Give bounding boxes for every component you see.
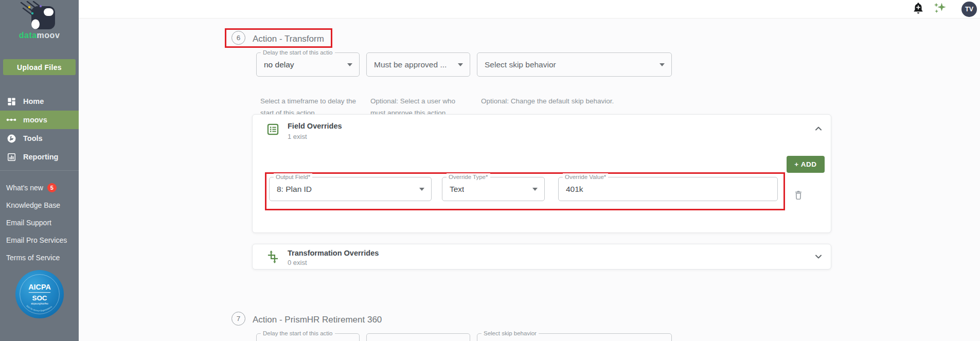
wrench-circle-icon bbox=[6, 133, 16, 143]
sidebar-links: What's new 5 Knowledge Base Email Suppor… bbox=[0, 179, 79, 266]
chevron-down-icon bbox=[532, 188, 538, 191]
sidebar-divider bbox=[0, 170, 79, 171]
add-field-override-button[interactable]: + ADD bbox=[787, 156, 825, 173]
step-number-badge: 6 bbox=[231, 31, 245, 45]
skip-helper-text: Optional: Change the default skip behavi… bbox=[481, 95, 702, 107]
field-overrides-count: 1 exist bbox=[288, 133, 307, 140]
chevron-down-icon bbox=[812, 250, 825, 263]
logo-word-data: data bbox=[19, 31, 37, 40]
sidebar-item-label: Tools bbox=[23, 134, 43, 142]
link-label: Terms of Service bbox=[6, 254, 60, 262]
upload-files-button[interactable]: Upload Files bbox=[3, 59, 76, 75]
main-content: TV 6 Action - Transform Delay the start … bbox=[79, 0, 980, 341]
soc-badge-subtitle: SOC bbox=[32, 294, 47, 302]
link-label: What's new bbox=[6, 184, 43, 192]
output-field-label: Output Field* bbox=[274, 173, 312, 181]
step7-title: Action - PrismHR Retirement 360 bbox=[253, 315, 382, 325]
sidebar-item-label: Home bbox=[23, 97, 44, 105]
sidebar-item-home[interactable]: Home bbox=[0, 92, 79, 111]
delay-select-value: no delay bbox=[264, 60, 294, 69]
link-label: Email Support bbox=[6, 219, 51, 227]
sidebar-item-tools[interactable]: Tools bbox=[0, 129, 79, 148]
field-overrides-title: Field Overrides bbox=[288, 122, 342, 130]
field-overrides-card: Field Overrides 1 exist + ADD Output Fie… bbox=[252, 114, 831, 233]
chevron-up-icon bbox=[812, 122, 825, 135]
transformation-overrides-title: Transformation Overrides bbox=[288, 249, 379, 257]
skip-behavior-select[interactable]: Select skip behavior bbox=[477, 333, 672, 341]
output-field-select[interactable]: Output Field* 8: Plan ID bbox=[269, 177, 432, 201]
step6-title: Action - Transform bbox=[253, 34, 324, 44]
step-number-badge: 7 bbox=[231, 312, 245, 326]
override-value-input[interactable] bbox=[559, 177, 777, 201]
link-label: Email Pro Services bbox=[6, 236, 67, 244]
approver-select-value: Must be approved ... bbox=[374, 60, 447, 69]
delete-override-button[interactable] bbox=[792, 189, 805, 202]
override-type-value: Text bbox=[450, 185, 464, 194]
dots-flow-icon bbox=[6, 115, 16, 125]
sidebar: datamoov Upload Files Home moovs Tools bbox=[0, 0, 79, 341]
sidebar-item-label: moovs bbox=[23, 116, 47, 124]
datamoov-logo-icon bbox=[18, 1, 61, 31]
whats-new-count-badge: 5 bbox=[47, 183, 57, 192]
skip-behavior-label: Select skip behavior bbox=[482, 330, 539, 337]
aicpa-soc-badge: AICPA SOC aicpa.org/soc4so SOC for Servi… bbox=[15, 270, 64, 319]
sidebar-item-moovs[interactable]: moovs bbox=[0, 111, 79, 129]
override-type-label: Override Type* bbox=[447, 173, 490, 181]
transform-icon bbox=[266, 250, 280, 264]
sidebar-item-reporting[interactable]: Reporting bbox=[0, 148, 79, 166]
sidebar-item-label: Reporting bbox=[23, 153, 58, 161]
sidebar-link-knowledge-base[interactable]: Knowledge Base bbox=[0, 196, 79, 214]
delay-select[interactable]: Delay the start of this actio bbox=[256, 333, 360, 341]
sidebar-nav: Home moovs Tools Reporting bbox=[0, 92, 79, 166]
soc-badge-url: aicpa.org/soc4so bbox=[31, 302, 48, 305]
expand-section-button[interactable] bbox=[812, 250, 825, 264]
transformation-overrides-count: 0 exist bbox=[288, 259, 307, 266]
trash-icon bbox=[793, 189, 804, 201]
chevron-down-icon bbox=[458, 63, 463, 66]
bar-chart-icon bbox=[6, 152, 16, 162]
transformation-overrides-card: Transformation Overrides 0 exist bbox=[252, 244, 831, 270]
chevron-down-icon bbox=[419, 188, 424, 191]
approver-select[interactable]: Must be approved ... bbox=[366, 52, 470, 77]
notifications-button[interactable] bbox=[911, 2, 925, 16]
user-avatar[interactable]: TV bbox=[961, 2, 977, 17]
dashboard-grid-icon bbox=[6, 96, 16, 106]
output-field-value: 8: Plan ID bbox=[277, 185, 312, 194]
approver-select[interactable] bbox=[366, 333, 470, 341]
ai-assistant-button[interactable] bbox=[933, 1, 947, 15]
delay-select-label: Delay the start of this actio bbox=[261, 49, 335, 56]
sidebar-link-whats-new[interactable]: What's new 5 bbox=[0, 179, 79, 196]
sidebar-link-terms-of-service[interactable]: Terms of Service bbox=[0, 249, 79, 266]
override-value-field: Override Value* bbox=[558, 177, 778, 201]
list-alt-icon bbox=[266, 122, 280, 136]
ai-sparkles-icon bbox=[933, 1, 947, 15]
skip-behavior-select[interactable]: Select skip behavior bbox=[477, 52, 672, 77]
link-label: Knowledge Base bbox=[6, 201, 60, 209]
sidebar-link-email-support[interactable]: Email Support bbox=[0, 214, 79, 231]
notification-bell-plus-icon bbox=[912, 2, 925, 15]
override-type-select[interactable]: Override Type* Text bbox=[442, 177, 545, 201]
logo-wordmark: datamoov bbox=[0, 31, 79, 40]
delay-select[interactable]: Delay the start of this actio no delay bbox=[256, 52, 360, 77]
chevron-down-icon bbox=[347, 63, 352, 66]
chevron-down-icon bbox=[660, 63, 665, 66]
logo-word-moov: moov bbox=[37, 31, 60, 40]
skip-behavior-value: Select skip behavior bbox=[485, 60, 556, 69]
collapse-section-button[interactable] bbox=[812, 122, 825, 136]
delay-select-label: Delay the start of this actio bbox=[261, 330, 335, 337]
topbar: TV bbox=[79, 0, 980, 19]
logo: datamoov bbox=[0, 1, 79, 40]
app-window: datamoov Upload Files Home moovs Tools bbox=[0, 0, 980, 341]
sidebar-link-email-pro-services[interactable]: Email Pro Services bbox=[0, 231, 79, 249]
soc-badge-title: AICPA bbox=[28, 283, 51, 291]
